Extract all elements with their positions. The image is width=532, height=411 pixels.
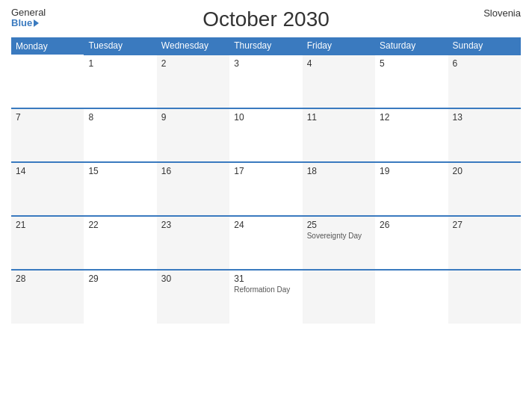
day-number: 15 <box>88 166 152 176</box>
calendar-week-row: 14151617181920 <box>11 162 521 216</box>
day-number: 10 <box>234 112 297 123</box>
weekday-header-row: Monday Tuesday Wednesday Thursday Friday… <box>11 37 521 55</box>
day-number: 11 <box>307 112 371 123</box>
day-number: 18 <box>307 166 371 176</box>
calendar-day-cell: 27 <box>448 216 521 270</box>
day-number: 5 <box>380 58 443 69</box>
header-sunday: Sunday <box>448 37 521 55</box>
header-wednesday: Wednesday <box>157 37 229 55</box>
day-number: 2 <box>161 58 225 69</box>
calendar-day-cell: 18 <box>303 162 375 216</box>
country-label: Slovenia <box>483 7 521 19</box>
calendar-day-cell: 31Reformation Day <box>229 270 302 324</box>
logo-blue-text: Blue <box>11 18 39 28</box>
calendar-week-row: 2122232425Sovereignty Day2627 <box>11 216 521 270</box>
calendar-table: Monday Tuesday Wednesday Thursday Friday… <box>11 37 521 324</box>
calendar-day-cell: 2 <box>157 55 229 108</box>
calendar-day-cell: 7 <box>11 108 84 162</box>
calendar-week-row: 28293031Reformation Day <box>11 270 521 324</box>
day-number: 7 <box>16 112 79 123</box>
calendar-day-cell <box>11 55 84 108</box>
logo: General Blue <box>11 7 46 29</box>
calendar-day-cell: 10 <box>229 108 302 162</box>
calendar-day-cell: 5 <box>375 55 448 108</box>
day-number: 24 <box>234 220 297 230</box>
calendar-day-cell <box>303 270 375 324</box>
day-number: 8 <box>88 112 152 123</box>
day-number: 19 <box>380 166 443 176</box>
header-monday: Monday <box>11 37 84 55</box>
day-number: 31 <box>234 274 297 284</box>
calendar-header: General Blue October 2030 Slovenia <box>11 7 521 31</box>
calendar-week-row: 123456 <box>11 55 521 108</box>
calendar-day-cell: 8 <box>84 108 156 162</box>
day-number: 28 <box>16 274 79 284</box>
day-number: 25 <box>307 220 371 230</box>
calendar-day-cell: 16 <box>157 162 229 216</box>
calendar-day-cell: 19 <box>375 162 448 216</box>
calendar-day-cell: 23 <box>157 216 229 270</box>
calendar-week-row: 78910111213 <box>11 108 521 162</box>
calendar-day-cell: 4 <box>303 55 375 108</box>
header-friday: Friday <box>303 37 375 55</box>
day-number: 27 <box>453 220 516 230</box>
calendar-day-cell: 14 <box>11 162 84 216</box>
day-number: 12 <box>380 112 443 123</box>
calendar-day-cell: 28 <box>11 270 84 324</box>
calendar-day-cell: 30 <box>157 270 229 324</box>
day-number: 6 <box>453 58 516 69</box>
logo-triangle-icon <box>34 19 39 27</box>
calendar-title: October 2030 <box>202 7 330 31</box>
day-number: 29 <box>88 274 152 284</box>
calendar-day-cell: 1 <box>84 55 156 108</box>
day-number: 14 <box>16 166 79 176</box>
calendar-day-cell <box>448 270 521 324</box>
calendar-day-cell: 6 <box>448 55 521 108</box>
calendar-container: General Blue October 2030 Slovenia Monda… <box>0 0 532 411</box>
day-number: 3 <box>234 58 297 69</box>
day-event: Reformation Day <box>234 285 297 294</box>
calendar-day-cell: 9 <box>157 108 229 162</box>
header-tuesday: Tuesday <box>84 37 156 55</box>
calendar-day-cell: 11 <box>303 108 375 162</box>
day-number: 30 <box>161 274 225 284</box>
calendar-day-cell: 20 <box>448 162 521 216</box>
calendar-day-cell: 22 <box>84 216 156 270</box>
calendar-day-cell: 15 <box>84 162 156 216</box>
day-number: 22 <box>88 220 152 230</box>
calendar-day-cell: 21 <box>11 216 84 270</box>
calendar-day-cell: 17 <box>229 162 302 216</box>
day-number: 21 <box>16 220 79 230</box>
calendar-day-cell: 25Sovereignty Day <box>303 216 375 270</box>
day-event: Sovereignty Day <box>307 232 371 240</box>
day-number: 26 <box>380 220 443 230</box>
day-number: 17 <box>234 166 297 176</box>
day-number: 1 <box>88 58 152 69</box>
header-thursday: Thursday <box>229 37 302 55</box>
calendar-day-cell <box>375 270 448 324</box>
day-number: 16 <box>161 166 225 176</box>
logo-general-text: General <box>11 7 46 18</box>
calendar-day-cell: 26 <box>375 216 448 270</box>
calendar-day-cell: 13 <box>448 108 521 162</box>
day-number: 13 <box>453 112 516 123</box>
calendar-day-cell: 29 <box>84 270 156 324</box>
day-number: 9 <box>161 112 225 123</box>
calendar-day-cell: 12 <box>375 108 448 162</box>
day-number: 20 <box>453 166 516 176</box>
header-saturday: Saturday <box>375 37 448 55</box>
day-number: 23 <box>161 220 225 230</box>
calendar-day-cell: 24 <box>229 216 302 270</box>
calendar-day-cell: 3 <box>229 55 302 108</box>
day-number: 4 <box>307 58 371 69</box>
